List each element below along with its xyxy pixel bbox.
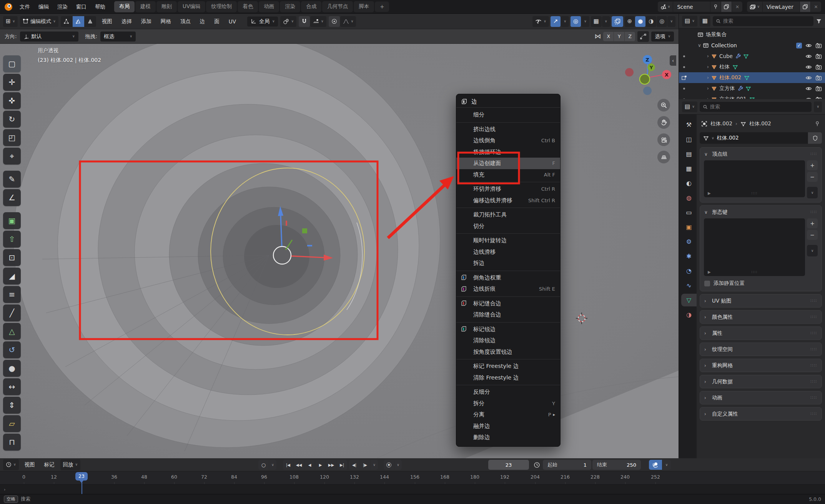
xray-settings-button[interactable]: ▦ <box>591 16 602 27</box>
view-layer-name[interactable]: ViewLayer <box>763 4 800 10</box>
menu-item[interactable]: 标记锐边 ▸ <box>456 324 560 335</box>
menu-item[interactable]: 裁刀拓扑工具 ▸ <box>456 209 560 221</box>
tool-button[interactable]: ↔ <box>3 378 21 395</box>
nav-axis-neg-z[interactable] <box>643 86 652 95</box>
tool-button[interactable]: △ <box>3 323 21 340</box>
menu-item[interactable]: 边线滑移 ▸ <box>456 246 560 258</box>
viewport-menu[interactable]: UV <box>225 18 240 25</box>
properties-options-button[interactable]: ∨ <box>814 101 822 112</box>
shape-key-specials-button[interactable]: ∨ <box>807 245 818 256</box>
tool-button[interactable]: ▣ <box>3 212 21 229</box>
pin-icon[interactable] <box>710 2 721 12</box>
vertex-groups-header[interactable]: ∨ 顶点组 ∷∷ <box>700 148 822 160</box>
workspace-tab[interactable]: 建模 <box>135 1 156 12</box>
outliner-row[interactable]: › 柱体.002 ✓ <box>679 72 825 83</box>
gizmos-toggle[interactable]: ↗ <box>551 16 561 27</box>
object-name[interactable]: 柱体.002 <box>719 74 741 81</box>
menu-item[interactable]: 融并边 ▸ <box>456 421 560 432</box>
timeline-menu[interactable]: 标记 <box>41 461 58 468</box>
topbar-menu[interactable]: 编辑 <box>34 3 53 10</box>
viewport-menu[interactable]: 面 <box>211 18 223 25</box>
timeline-editor-button[interactable]: ∨ <box>3 459 19 470</box>
menu-item[interactable]: 边线折痕 Shift E ▸ <box>456 283 560 295</box>
tool-button[interactable]: ◰ <box>3 129 21 146</box>
add-vertex-group-button[interactable]: + <box>807 160 818 170</box>
menu-item[interactable]: 反细分 ▸ <box>456 386 560 398</box>
render-camera-icon[interactable] <box>815 75 822 81</box>
properties-tab[interactable]: ▭ <box>681 206 697 219</box>
menu-item[interactable]: 从边创建面 F ▸ <box>456 158 560 169</box>
list-expand-icon[interactable]: ▶ <box>708 270 711 274</box>
xray-dropdown[interactable]: ∨ <box>602 16 610 27</box>
workspace-tab[interactable]: 动画 <box>259 1 279 12</box>
show-gizmo-dropdown[interactable]: ∨ <box>532 16 549 27</box>
shape-keys-header[interactable]: ∨ 形态键 ∷∷ <box>700 206 822 218</box>
channel-expander-icon[interactable]: › <box>4 487 5 492</box>
panel-grip-icon[interactable]: ∷∷ <box>810 210 817 215</box>
tool-button[interactable]: ⊡ <box>3 249 21 266</box>
collapsed-panel-header[interactable]: › 属性 ∷∷ <box>700 327 822 339</box>
tool-button[interactable]: ⌖ <box>3 148 21 165</box>
properties-tab[interactable]: ⚙ <box>681 235 697 248</box>
properties-tab[interactable]: ⚒ <box>681 118 697 131</box>
render-camera-icon[interactable] <box>815 64 822 70</box>
gizmo-plane-handle-red[interactable] <box>286 221 287 226</box>
viewport-menu[interactable]: 添加 <box>138 18 155 25</box>
tool-button[interactable]: ▢ <box>3 55 21 72</box>
mirror-icon[interactable]: ⋈ <box>594 33 601 40</box>
transport-button[interactable]: ◀◀ <box>294 460 304 470</box>
properties-tab[interactable]: ◐ <box>681 177 697 190</box>
render-camera-icon[interactable] <box>815 42 822 49</box>
collapsed-panel-header[interactable]: › UV 贴图 ∷∷ <box>700 294 822 307</box>
keying-set-dropdown[interactable]: ∨ <box>662 460 671 470</box>
transport-button[interactable]: ▶▶ <box>326 460 336 470</box>
menu-item[interactable]: 清除缝合边 ▸ <box>456 309 560 321</box>
render-camera-icon[interactable] <box>815 53 822 60</box>
tool-button[interactable]: ⇕ <box>3 397 21 414</box>
unlink-button[interactable]: ✕ <box>732 2 742 12</box>
workspace-tab[interactable]: 雕刻 <box>156 1 177 12</box>
workspace-tab[interactable]: + <box>375 2 389 12</box>
remove-button[interactable]: ✕ <box>810 2 821 12</box>
snap-toggle-button[interactable] <box>299 16 310 27</box>
visibility-eye-icon[interactable] <box>805 96 812 99</box>
render-camera-icon[interactable] <box>815 96 822 99</box>
menu-item[interactable]: 环切并滑移 Ctrl R ▸ <box>456 183 560 195</box>
face-select-button[interactable] <box>85 16 96 27</box>
use-preview-range-clock-icon[interactable] <box>534 462 540 468</box>
fake-user-button[interactable] <box>808 132 822 144</box>
viewport-menu[interactable]: 视图 <box>98 18 116 25</box>
outliner-row[interactable]: › 立方体 ✓ <box>679 83 825 94</box>
outliner-row[interactable]: › Cube ✓ <box>679 51 825 62</box>
menu-item[interactable]: 标记 Freestyle 边 ▸ <box>456 361 560 372</box>
vertex-group-specials-button[interactable]: ∨ <box>807 187 818 198</box>
auto-keying-button[interactable]: ● <box>384 460 394 470</box>
properties-search-input[interactable] <box>710 104 809 110</box>
overlays-dropdown[interactable]: ∨ <box>581 16 589 27</box>
frame-end-field[interactable]: 结束250 <box>592 460 641 470</box>
gizmo-plane-handle-green[interactable] <box>302 228 307 233</box>
properties-tab[interactable]: ▣ <box>681 221 697 233</box>
menu-item[interactable]: 填充 Alt F ▸ <box>456 169 560 181</box>
timeline-channel-strip[interactable]: › <box>0 484 825 494</box>
expand-arrow[interactable]: › <box>705 53 711 59</box>
panel-grip-icon[interactable]: ∷∷ <box>810 379 817 384</box>
transport-button[interactable]: |◀ <box>283 460 293 470</box>
tool-button[interactable]: ✎ <box>3 171 21 188</box>
menu-item[interactable]: 清除 Freestyle 边 ▸ <box>456 372 560 384</box>
nav-axis-neg-x[interactable] <box>625 68 634 77</box>
panel-grip-icon[interactable]: ∷∷ <box>810 363 817 368</box>
breadcrumb-data[interactable]: 柱体.002 <box>749 120 771 127</box>
vertex-select-button[interactable] <box>61 16 72 27</box>
proportional-editing-button[interactable] <box>329 16 340 27</box>
tool-button[interactable]: ⇧ <box>3 231 21 248</box>
options-dropdown[interactable]: 选项 ∨ <box>651 32 674 42</box>
menu-item[interactable]: 桥接循环边 ▸ <box>456 146 560 158</box>
workspace-tab[interactable]: 纹理绘制 <box>206 1 237 12</box>
tool-button[interactable]: ● <box>3 360 21 377</box>
collapsed-panel-header[interactable]: › 重构网格 ∷∷ <box>700 359 822 372</box>
shading-dropdown[interactable]: ∨ <box>667 16 675 27</box>
display-mode-button[interactable]: ▦ <box>700 16 710 27</box>
toggle-xray-button[interactable] <box>612 16 623 27</box>
playback-dropdown[interactable]: 回放∨ <box>60 459 81 470</box>
